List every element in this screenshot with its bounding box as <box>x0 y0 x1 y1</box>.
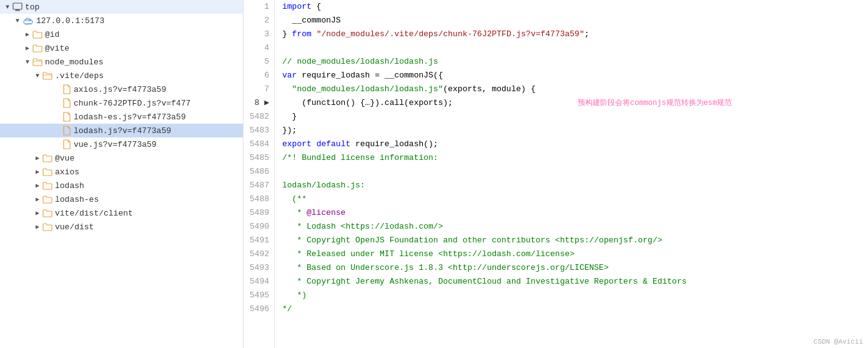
plain: } <box>282 27 292 41</box>
tree-item-atvue[interactable]: @vue <box>0 151 243 165</box>
file-tree[interactable]: top 127.0.0.1:5173 @id @vite <box>0 0 244 348</box>
plain: { <box>312 0 322 14</box>
tree-item-nodemodules[interactable]: node_modules <box>0 55 243 69</box>
arrow-lodashesfolder[interactable] <box>32 196 42 203</box>
line-5493: 5493 <box>244 261 274 275</box>
tree-label-server: 127.0.0.1:5173 <box>36 16 104 26</box>
line-5485: 5485 <box>244 151 274 165</box>
file-icon <box>62 84 71 94</box>
folder-open-icon <box>42 71 52 80</box>
comment: * Based on Underscore.js 1.8.3 <http://u… <box>282 261 609 275</box>
plain: (function() {…}).call(exports); <box>282 96 453 110</box>
folder-open-icon <box>32 57 42 66</box>
tree-item-lodashesfjs[interactable]: lodash-es.js?v=f4773a59 <box>0 110 243 124</box>
line-5491: 5491 <box>244 234 274 247</box>
string-green: "node_modules/lodash/lodash.js" <box>292 82 443 96</box>
tree-item-axiosjs[interactable]: axios.js?v=f4773a59 <box>0 82 243 96</box>
line-numbers: 1 2 3 4 5 6 7 8 ▶ 5482 5483 5484 5485 54… <box>244 0 275 348</box>
file-icon <box>62 126 71 136</box>
tree-label-lodash: lodash <box>55 181 84 191</box>
arrow-vuedist[interactable] <box>32 223 42 231</box>
line-5494: 5494 <box>244 275 274 289</box>
code-panel: 1 2 3 4 5 6 7 8 ▶ 5482 5483 5484 5485 54… <box>244 0 868 348</box>
arrow-nodemodules[interactable] <box>22 59 32 66</box>
code-line-6: var require_lodash = __commonJS({ <box>282 69 868 82</box>
arrow-vitedistclient[interactable] <box>32 209 42 217</box>
svg-rect-2 <box>15 11 20 11</box>
code-line-5496: */ <box>282 302 868 316</box>
comment: * <box>282 206 307 220</box>
keyword: import <box>282 0 312 14</box>
arrow-atid[interactable] <box>22 31 32 38</box>
tree-label-axios: axios <box>55 167 79 177</box>
arrow-axios[interactable] <box>32 168 42 176</box>
comment: * Lodash <https://lodash.com/> <box>282 220 443 234</box>
tree-item-axios[interactable]: axios <box>0 165 243 179</box>
tree-label-chunkjs: chunk-76J2PTFD.js?v=f477 <box>74 99 190 108</box>
arrow-server[interactable] <box>12 17 22 24</box>
license-tag: @license <box>307 206 345 220</box>
tree-item-lodashesfolder[interactable]: lodash-es <box>0 192 243 206</box>
arrow-vitedeps[interactable] <box>32 72 42 79</box>
tree-label-vitedistclient: vite/dist/client <box>55 209 133 218</box>
line-5489: 5489 <box>244 206 274 220</box>
folder-icon <box>32 44 42 52</box>
plain: require_lodash = __commonJS({ <box>297 69 443 82</box>
comment: lodash/lodash.js: <box>282 179 365 192</box>
tree-item-chunkjs[interactable]: chunk-76J2PTFD.js?v=f477 <box>0 96 243 110</box>
plain: ; <box>584 27 589 41</box>
tree-item-vitedistclient[interactable]: vite/dist/client <box>0 206 243 220</box>
code-line-3: } from "/node_modules/.vite/deps/chunk-7… <box>282 27 868 41</box>
tree-item-vuejs[interactable]: vue.js?v=f4773a59 <box>0 137 243 151</box>
tree-label-vuejs: vue.js?v=f4773a59 <box>74 140 157 149</box>
arrow-atvue[interactable] <box>32 154 42 162</box>
tree-item-atvite[interactable]: @vite <box>0 41 243 55</box>
file-icon <box>62 98 71 108</box>
tree-item-server[interactable]: 127.0.0.1:5173 <box>0 14 243 27</box>
plain <box>282 82 292 96</box>
keyword: default <box>317 137 351 151</box>
line-4: 4 <box>244 41 274 55</box>
tree-item-atid[interactable]: @id <box>0 27 243 41</box>
cloud-icon <box>22 16 34 25</box>
code-line-5486 <box>282 165 868 179</box>
code-line-5489: * @license <box>282 206 868 220</box>
monitor-icon <box>12 2 22 11</box>
code-line-5493: * Based on Underscore.js 1.8.3 <http://u… <box>282 261 868 275</box>
file-icon <box>62 112 71 122</box>
tree-item-lodash[interactable]: lodash <box>0 179 243 192</box>
line-5486: 5486 <box>244 165 274 179</box>
file-icon <box>62 139 71 149</box>
keyword: export <box>282 137 312 151</box>
comment: */ <box>282 302 292 316</box>
code-line-2: __commonJS <box>282 14 868 27</box>
annotation-text: 预构建阶段会将commonjs规范转换为esm规范 <box>578 96 732 110</box>
tree-label-vuedist: vue/dist <box>55 222 94 232</box>
folder-icon <box>42 154 52 162</box>
tree-label-atvue: @vue <box>55 154 74 163</box>
tree-item-lodashjs[interactable]: lodash.js?v=f4773a59 <box>0 124 243 137</box>
code-line-1: import { <box>282 0 868 14</box>
tree-label-axiosjs: axios.js?v=f4773a59 <box>74 85 166 94</box>
arrow-atvite[interactable] <box>22 44 32 52</box>
code-line-5491: * Copyright OpenJS Foundation and other … <box>282 234 868 247</box>
line-5487: 5487 <box>244 179 274 192</box>
arrow-lodash[interactable] <box>32 182 42 189</box>
comment: (** <box>282 192 307 206</box>
code-content[interactable]: import { __commonJS } from "/node_module… <box>275 0 868 348</box>
tree-item-vuedist[interactable]: vue/dist <box>0 220 243 234</box>
tree-item-vitedeps[interactable]: .vite/deps <box>0 69 243 82</box>
tree-label-nodemodules: node_modules <box>45 57 104 67</box>
svg-rect-0 <box>13 3 22 9</box>
code-line-5: // node_modules/lodash/lodash.js <box>282 55 868 69</box>
code-line-5483: }); <box>282 124 868 137</box>
tree-label-top: top <box>25 2 39 12</box>
line-8: 8 ▶ <box>244 96 274 110</box>
arrow-top[interactable] <box>2 4 12 11</box>
tree-label-atid: @id <box>45 30 59 39</box>
tree-label-lodashesfolder: lodash-es <box>55 195 99 204</box>
tree-item-top[interactable]: top <box>0 0 243 14</box>
tree-label-lodashesjs: lodash-es.js?v=f4773a59 <box>74 112 185 122</box>
code-line-5487: lodash/lodash.js: <box>282 179 868 192</box>
line-2: 2 <box>244 14 274 27</box>
